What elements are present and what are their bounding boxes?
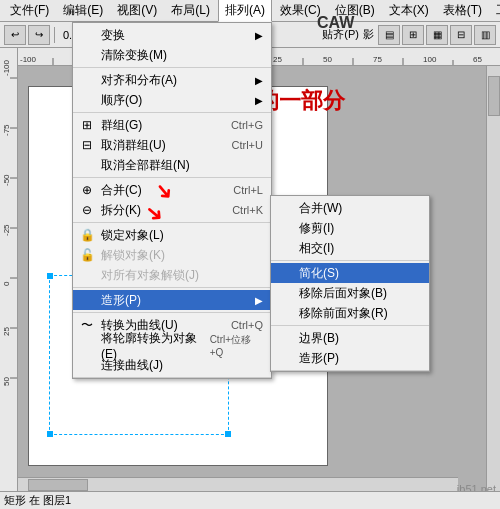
menu-item-outline-to-obj[interactable]: 将轮廓转换为对象(E) Ctrl+位移+Q [73, 335, 271, 355]
toolbar-icon1[interactable]: ▤ [378, 25, 400, 45]
menu-item-clear-transform[interactable]: 清除变换(M) [73, 45, 271, 65]
dropdown-section-shape: 造形(P) ▶ [73, 288, 271, 313]
svg-text:0: 0 [2, 281, 11, 286]
svg-text:-25: -25 [2, 224, 11, 236]
sub-section-2: 简化(S) 移除后面对象(B) 移除前面对象(R) [271, 261, 429, 326]
menu-item-shape[interactable]: 造形(P) ▶ [73, 290, 271, 310]
unlock-icon: 🔓 [77, 248, 97, 262]
lock-icon: 🔒 [77, 228, 97, 242]
handle-bl[interactable] [47, 431, 53, 437]
handle-tl[interactable] [47, 273, 53, 279]
ungroup-icon: ⊟ [77, 138, 97, 152]
sub-item-trim[interactable]: 修剪(I) [271, 218, 429, 238]
menu-bar: 文件(F) 编辑(E) 视图(V) 布局(L) 排列(A) 效果(C) 位图(B… [0, 0, 500, 22]
sub-item-combine[interactable]: 合并(W) [271, 198, 429, 218]
sub-section-1: 合并(W) 修剪(I) 相交(I) [271, 196, 429, 261]
scrollbar-h-thumb[interactable] [28, 479, 88, 491]
svg-text:-75: -75 [2, 124, 11, 136]
scrollbar-horizontal[interactable] [18, 477, 458, 491]
dropdown-section-convert: 〜 转换为曲线(U) Ctrl+Q 将轮廓转换为对象(E) Ctrl+位移+Q … [73, 313, 271, 378]
status-text: 矩形 在 图层1 [4, 493, 71, 508]
menu-item-order[interactable]: 顺序(O) ▶ [73, 90, 271, 110]
sub-section-3: 边界(B) 造形(P) [271, 326, 429, 371]
toolbar-separator-1 [54, 27, 55, 43]
break-icon: ⊖ [77, 203, 97, 217]
menu-table[interactable]: 表格(T) [437, 0, 488, 21]
svg-text:-100: -100 [20, 55, 37, 64]
menu-item-break[interactable]: ⊖ 拆分(K) Ctrl+K [73, 200, 271, 220]
toolbar-undo[interactable]: ↩ [4, 25, 26, 45]
svg-text:-50: -50 [2, 174, 11, 186]
sub-item-simplify[interactable]: 简化(S) [271, 263, 429, 283]
menu-view[interactable]: 视图(V) [111, 0, 163, 21]
toolbar-icon3[interactable]: ▦ [426, 25, 448, 45]
sub-item-remove-front[interactable]: 移除前面对象(R) [271, 303, 429, 323]
dropdown-section-transform: 变换 ▶ 清除变换(M) [73, 23, 271, 68]
menu-item-ungroup[interactable]: ⊟ 取消群组(U) Ctrl+U [73, 135, 271, 155]
menu-item-unlock: 🔓 解锁对象(K) [73, 245, 271, 265]
caw-text: CAW [317, 14, 354, 32]
svg-text:75: 75 [373, 55, 382, 64]
dropdown-section-group: ⊞ 群组(G) Ctrl+G ⊟ 取消群组(U) Ctrl+U 取消全部群组(N… [73, 113, 271, 178]
sub-item-intersect[interactable]: 相交(I) [271, 238, 429, 258]
menu-file[interactable]: 文件(F) [4, 0, 55, 21]
arrow-icon-2: ▶ [255, 75, 263, 86]
menu-item-join-curves[interactable]: 连接曲线(J) [73, 355, 271, 375]
svg-text:-100: -100 [2, 59, 11, 76]
scrollbar-vertical[interactable] [486, 66, 500, 491]
svg-text:65: 65 [473, 55, 482, 64]
dropdown-section-align: 对齐和分布(A) ▶ 顺序(O) ▶ [73, 68, 271, 113]
menu-arrange[interactable]: 排列(A) [218, 0, 272, 22]
menu-item-unlock-all: 对所有对象解锁(J) [73, 265, 271, 285]
toolbar-redo[interactable]: ↪ [28, 25, 50, 45]
toolbar-icon5[interactable]: ▥ [474, 25, 496, 45]
menu-text[interactable]: 文本(X) [383, 0, 435, 21]
sub-item-boundary[interactable]: 边界(B) [271, 328, 429, 348]
sub-item-remove-back[interactable]: 移除后面对象(B) [271, 283, 429, 303]
dropdown-section-lock: 🔒 锁定对象(L) 🔓 解锁对象(K) 对所有对象解锁(J) [73, 223, 271, 288]
handle-br[interactable] [225, 431, 231, 437]
menu-item-lock[interactable]: 🔒 锁定对象(L) [73, 225, 271, 245]
menu-item-transform[interactable]: 变换 ▶ [73, 25, 271, 45]
svg-text:50: 50 [2, 377, 11, 386]
arrow-icon-3: ▶ [255, 95, 263, 106]
shadow-label: 影 [363, 27, 374, 42]
menu-item-ungroup-all[interactable]: 取消全部群组(N) [73, 155, 271, 175]
menu-item-align[interactable]: 对齐和分布(A) ▶ [73, 70, 271, 90]
status-bar: 矩形 在 图层1 [0, 491, 500, 509]
menu-edit[interactable]: 编辑(E) [57, 0, 109, 21]
svg-text:25: 25 [273, 55, 282, 64]
group-icon: ⊞ [77, 118, 97, 132]
toolbar-icon2[interactable]: ⊞ [402, 25, 424, 45]
svg-text:100: 100 [423, 55, 437, 64]
svg-text:50: 50 [323, 55, 332, 64]
menu-layout[interactable]: 布局(L) [165, 0, 216, 21]
dropdown-arrange: 变换 ▶ 清除变换(M) 对齐和分布(A) ▶ 顺序(O) ▶ ⊞ 群组(G) … [72, 22, 272, 379]
curve-icon: 〜 [77, 317, 97, 334]
scrollbar-v-thumb[interactable] [488, 76, 500, 116]
ruler-vertical: -100 -75 -50 -25 0 25 50 [0, 48, 18, 509]
menu-tools[interactable]: 工具(O) [490, 0, 500, 21]
arrow-icon-shape: ▶ [255, 295, 263, 306]
combine-icon: ⊕ [77, 183, 97, 197]
arrow-icon: ▶ [255, 30, 263, 41]
toolbar-icon4[interactable]: ⊟ [450, 25, 472, 45]
menu-item-group[interactable]: ⊞ 群组(G) Ctrl+G [73, 115, 271, 135]
toolbar-icons-right: ▤ ⊞ ▦ ⊟ ▥ [378, 25, 496, 45]
dropdown-shape-sub: 合并(W) 修剪(I) 相交(I) 简化(S) 移除后面对象(B) 移除前面对象… [270, 195, 430, 372]
svg-text:25: 25 [2, 327, 11, 336]
sub-item-shape[interactable]: 造形(P) [271, 348, 429, 368]
